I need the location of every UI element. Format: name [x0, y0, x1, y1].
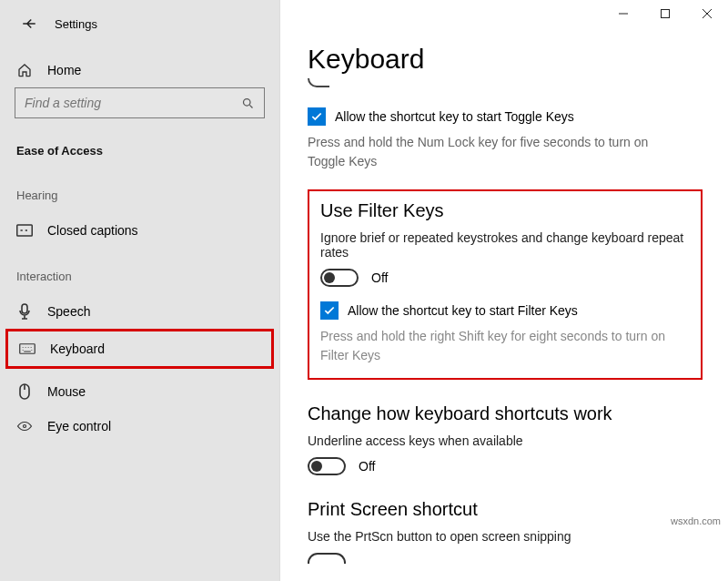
svg-point-0	[244, 98, 251, 106]
svg-rect-6	[662, 10, 670, 18]
captions-icon	[16, 222, 33, 239]
filter-keys-desc: Ignore brief or repeated keystrokes and …	[320, 230, 690, 260]
sidebar-item-eye-control[interactable]: Eye control	[0, 409, 279, 443]
svg-rect-1	[17, 225, 33, 236]
checkbox-checked-icon[interactable]	[320, 301, 339, 320]
filter-keys-toggle[interactable]	[320, 269, 359, 287]
window-controls	[602, 0, 728, 27]
toggle-knob	[311, 461, 322, 472]
toggle-keys-help: Press and hold the Num Lock key for five…	[308, 133, 681, 171]
sidebar-item-speech[interactable]: Speech	[0, 294, 279, 329]
svg-point-5	[24, 425, 26, 428]
print-screen-heading: Print Screen shortcut	[308, 499, 703, 520]
filter-keys-checkbox-row[interactable]: Allow the shortcut key to start Filter K…	[320, 301, 690, 320]
main-content: Keyboard Allow the shortcut key to start…	[280, 0, 728, 581]
search-box[interactable]	[15, 87, 265, 118]
print-screen-toggle[interactable]	[308, 553, 346, 564]
decorative-curve	[308, 78, 329, 87]
back-arrow-icon	[21, 15, 37, 32]
filter-keys-heading: Use Filter Keys	[320, 200, 690, 221]
sidebar-item-keyboard-highlight: Keyboard	[5, 329, 274, 369]
group-hearing: Hearing	[0, 167, 279, 213]
eye-icon	[16, 418, 33, 434]
filter-keys-help: Press and hold the right Shift key for e…	[320, 327, 690, 365]
print-screen-desc: Use the PrtScn button to open screen sni…	[308, 529, 703, 544]
group-interaction: Interaction	[0, 248, 279, 294]
filter-keys-highlight: Use Filter Keys Ignore brief or repeated…	[308, 189, 703, 380]
minimize-button[interactable]	[602, 0, 644, 27]
sidebar-item-label: Closed captions	[47, 223, 138, 238]
minimize-icon	[619, 9, 628, 18]
search-icon	[241, 97, 255, 110]
watermark: wsxdn.com	[671, 515, 721, 526]
app-title: Settings	[55, 17, 97, 31]
underline-toggle[interactable]	[308, 457, 346, 475]
maximize-button[interactable]	[644, 0, 686, 27]
keyboard-icon	[19, 341, 35, 357]
filter-keys-check-label: Allow the shortcut key to start Filter K…	[348, 303, 578, 318]
microphone-icon	[16, 303, 33, 320]
home-icon	[16, 62, 33, 78]
filter-toggle-state: Off	[371, 270, 388, 285]
toggle-knob	[324, 272, 335, 283]
sidebar-item-closed-captions[interactable]: Closed captions	[0, 213, 279, 248]
sidebar-item-mouse[interactable]: Mouse	[0, 374, 279, 409]
sidebar-item-label: Mouse	[47, 384, 86, 399]
sidebar-item-keyboard[interactable]: Keyboard	[17, 337, 262, 361]
sidebar-item-label: Keyboard	[50, 341, 105, 356]
close-button[interactable]	[686, 0, 728, 27]
svg-rect-2	[22, 304, 27, 313]
settings-sidebar: Settings Home Ease of Access Hearing Clo…	[0, 0, 280, 581]
sidebar-item-home[interactable]: Home	[0, 53, 279, 87]
sidebar-item-label: Speech	[47, 304, 90, 319]
checkbox-checked-icon[interactable]	[308, 107, 326, 126]
svg-rect-3	[20, 344, 35, 354]
search-input[interactable]	[25, 96, 241, 110]
maximize-icon	[661, 9, 670, 18]
toggle-keys-checkbox-row[interactable]: Allow the shortcut key to start Toggle K…	[308, 107, 703, 126]
mouse-icon	[16, 383, 33, 400]
section-label: Ease of Access	[0, 129, 279, 167]
underline-desc: Underline access keys when available	[308, 433, 703, 448]
back-button[interactable]	[16, 11, 42, 36]
close-icon	[703, 9, 712, 18]
sidebar-item-label: Home	[47, 63, 81, 77]
page-title: Keyboard	[308, 44, 703, 75]
underline-toggle-state: Off	[359, 459, 375, 474]
sidebar-item-label: Eye control	[47, 419, 111, 433]
shortcuts-heading: Change how keyboard shortcuts work	[308, 403, 703, 424]
toggle-keys-check-label: Allow the shortcut key to start Toggle K…	[335, 109, 574, 124]
